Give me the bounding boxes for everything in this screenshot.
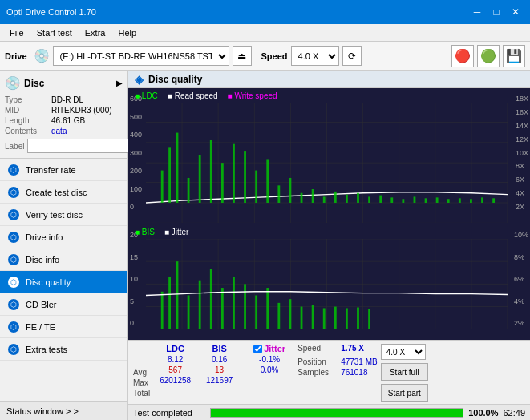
menu-file[interactable]: File	[3, 26, 30, 39]
bis-total: 121697	[206, 376, 233, 385]
svg-rect-37	[368, 196, 370, 203]
top-chart-y-left: 600 500 400 300 200 100 0	[130, 95, 142, 211]
titlebar-controls: ─ □ ✕	[469, 4, 524, 20]
extra-tests-icon: ⬡	[8, 344, 19, 355]
svg-rect-33	[323, 196, 326, 203]
svg-rect-45	[459, 198, 461, 203]
status-window-bar[interactable]: Status window > >	[0, 401, 127, 420]
menu-help[interactable]: Help	[111, 26, 143, 39]
sidebar-nav: ⬡ Transfer rate ⬡ Create test disc ⬡ Ver…	[0, 159, 127, 401]
svg-rect-29	[277, 185, 280, 203]
disc-title: Disc	[24, 78, 44, 89]
disc-contents-row: Contents data	[5, 127, 123, 135]
menu-extra[interactable]: Extra	[79, 26, 112, 39]
disc-info-label: Disc info	[26, 255, 59, 265]
svg-rect-32	[312, 189, 314, 203]
ldc-legend: ■ LDC	[135, 91, 158, 100]
svg-rect-20	[176, 133, 179, 203]
toolbar-btn-1[interactable]: 🔴	[451, 45, 474, 67]
speed-select[interactable]: 4.0 X	[291, 46, 339, 66]
top-chart-y-right: 18X 16X 14X 12X 10X 8X 6X 4X 2X	[516, 95, 528, 211]
svg-rect-26	[244, 151, 246, 203]
svg-rect-23	[210, 140, 212, 203]
samples-label: Samples	[297, 368, 338, 377]
sidebar-item-verify-test-disc[interactable]: ⬡ Verify test disc	[0, 204, 127, 226]
total-label: Total	[133, 389, 150, 398]
svg-rect-84	[244, 285, 246, 329]
sidebar-item-drive-info[interactable]: ⬡ Drive info	[0, 226, 127, 248]
svg-rect-27	[255, 171, 257, 203]
menu-start-test[interactable]: Start test	[30, 26, 79, 39]
eject-button[interactable]: ⏏	[233, 46, 252, 66]
speed-label-stat: Speed	[297, 344, 338, 353]
cd-bler-label: CD Bler	[26, 300, 57, 309]
jitter-checkbox[interactable]	[253, 345, 262, 353]
disc-header: 💿 Disc ▶	[5, 75, 123, 91]
disc-contents-label: Contents	[5, 127, 51, 135]
disc-icon: 💿	[5, 75, 21, 91]
disc-type-value: BD-R DL	[51, 95, 83, 104]
disc-quality-icon: ⬡	[8, 277, 19, 288]
sidebar-item-disc-quality[interactable]: ⬡ Disc quality	[0, 271, 127, 293]
svg-rect-30	[289, 178, 292, 203]
disc-info-icon: ⬡	[8, 254, 19, 265]
sidebar-item-cd-bler[interactable]: ⬡ CD Bler	[0, 293, 127, 316]
maximize-button[interactable]: □	[488, 4, 504, 20]
svg-rect-31	[301, 193, 303, 203]
svg-rect-48	[492, 198, 495, 203]
disc-label-input[interactable]	[27, 139, 134, 153]
svg-rect-88	[289, 299, 292, 329]
svg-rect-90	[312, 305, 314, 329]
sidebar-item-create-test-disc[interactable]: ⬡ Create test disc	[0, 181, 127, 204]
transfer-rate-icon: ⬡	[8, 164, 19, 176]
bottom-chart-legend: ■ BIS ■ Jitter	[135, 228, 188, 236]
ldc-avg: 8.12	[168, 355, 183, 364]
svg-rect-25	[233, 144, 235, 203]
cd-bler-icon: ⬡	[8, 299, 19, 310]
verify-test-disc-label: Verify test disc	[26, 210, 83, 220]
bottom-chart-y-right: 10% 8% 6% 4% 2%	[514, 231, 528, 327]
svg-rect-40	[402, 199, 404, 203]
close-button[interactable]: ✕	[508, 4, 524, 20]
jitter-legend: ■ Jitter	[164, 228, 189, 236]
start-full-button[interactable]: Start full	[381, 363, 428, 381]
drive-info-label: Drive info	[26, 232, 63, 242]
minimize-button[interactable]: ─	[469, 4, 485, 20]
ldc-header: LDC	[166, 344, 184, 353]
create-test-disc-label: Create test disc	[26, 188, 87, 197]
jitter-max: 0.0%	[261, 365, 279, 374]
toolbar-btn-2[interactable]: 🟢	[477, 45, 500, 67]
svg-rect-46	[470, 199, 472, 203]
svg-rect-22	[199, 155, 201, 203]
disc-quality-header: ◈ Disc quality	[128, 71, 530, 88]
sidebar-item-fe-te[interactable]: ⬡ FE / TE	[0, 316, 127, 338]
drive-select[interactable]: (E:) HL-DT-ST BD-RE WH16NS58 TST4	[53, 46, 229, 66]
jitter-header: Jitter	[264, 344, 285, 353]
drive-info-icon: ⬡	[8, 232, 19, 243]
disc-length-value: 46.61 GB	[51, 116, 85, 125]
disc-label-text: Label	[5, 142, 24, 151]
svg-rect-89	[301, 307, 303, 329]
sidebar-item-disc-info[interactable]: ⬡ Disc info	[0, 248, 127, 271]
svg-rect-18	[161, 171, 164, 203]
sidebar-item-transfer-rate[interactable]: ⬡ Transfer rate	[0, 159, 127, 181]
stats-row: Avg Max Total LDC 8.12 567 6201258 BIS 0…	[133, 344, 525, 402]
bis-avg: 0.16	[212, 355, 227, 364]
bis-header: BIS	[212, 344, 226, 353]
bis-col: BIS 0.16 13 121697	[197, 344, 241, 385]
disc-mid-value: RITEKDR3 (000)	[51, 106, 112, 115]
svg-rect-43	[436, 197, 439, 203]
disc-length-row: Length 46.61 GB	[5, 116, 123, 125]
svg-rect-94	[357, 308, 359, 329]
bis-legend: ■ BIS	[135, 228, 155, 236]
speed-icon-button[interactable]: ⟳	[342, 46, 362, 66]
ldc-max: 567	[168, 365, 182, 374]
toolbar-btn-3[interactable]: 💾	[503, 45, 525, 67]
start-part-button[interactable]: Start part	[381, 384, 428, 402]
svg-rect-39	[390, 197, 393, 203]
progress-pct: 100.0%	[468, 408, 498, 418]
speed-unit-select[interactable]: 4.0 X	[381, 344, 426, 360]
top-chart-svg: 0.0 5.0 10.0 15.0 20.0 25.0 30.0 35.0 40…	[146, 103, 508, 223]
menubar: File Start test Extra Help	[0, 24, 530, 42]
sidebar-item-extra-tests[interactable]: ⬡ Extra tests	[0, 338, 127, 361]
